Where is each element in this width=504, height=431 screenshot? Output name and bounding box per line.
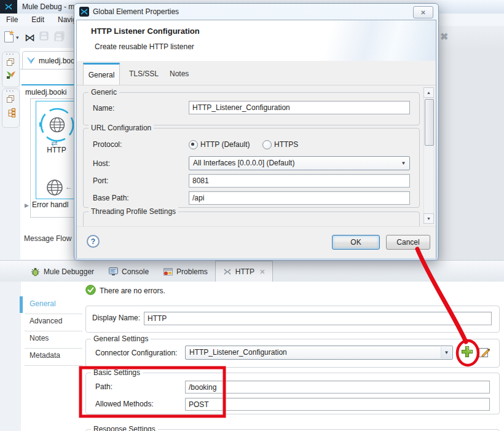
collapsed-triangle-icon[interactable]: ▶ [25,202,29,208]
mule-perspective-icon[interactable] [6,70,16,81]
scroll-down-icon[interactable]: ▼ [423,213,434,224]
name-label: Name: [93,104,114,113]
flow-editor: muledj.boo muledj.booki ⇄ HTTP [20,48,74,259]
globe-icon[interactable] [46,179,63,198]
dialog-tab-tls-ssl[interactable]: TLS/SSL [121,63,167,85]
view-close-icon[interactable]: ✖ [440,31,448,42]
console-icon [109,267,118,276]
dialog-heading: HTTP Listener Configuration [91,26,200,36]
arrow-glyph: ▼ [427,216,431,221]
connector-configuration-select[interactable]: HTTP_Listener_Configuration ▼ [185,346,453,360]
app-window: Mule Debug - mu File Edit Navigate ▾ ⋈ ✖ [0,0,504,431]
global-element-properties-dialog: Global Element Properties ✕ HTTP Listene… [74,3,439,261]
ok-button[interactable]: OK [332,235,380,250]
message-flow-tab[interactable]: Message Flow [24,234,71,243]
protocol-http-option[interactable]: HTTP (Default) [200,140,250,149]
display-name-label: Display Name: [92,314,140,322]
new-file-dropdown-caret-icon[interactable]: ▾ [16,34,19,41]
mule-logo-icon [79,7,89,18]
mule-app-icon [26,57,36,65]
editor-tab-label: muledj.boo [39,57,75,65]
divider [25,314,82,314]
dialog-scrollbar[interactable]: ▲ ▼ [423,87,434,224]
connector-configuration-label: Connector Configuration: [95,349,177,357]
divider [25,348,82,349]
tab-label: Console [122,267,149,276]
save-all-icon[interactable] [54,31,65,43]
edit-configuration-button[interactable] [479,347,490,360]
no-errors-check-icon [85,285,96,297]
toolbar-group [2,52,20,87]
tab-label: Problems [176,267,208,276]
restore-view-icon[interactable] [7,58,15,68]
save-icon[interactable] [39,31,49,43]
dialog-close-button[interactable]: ✕ [413,6,433,18]
tab-problems[interactable]: Problems [156,261,215,282]
mule-gray-icon [223,267,232,276]
dialog-tab-general[interactable]: General [83,63,120,85]
sidebar-item-general[interactable]: General [30,299,56,308]
bug-icon [31,267,40,276]
dialog-tab-notes[interactable]: Notes [162,63,197,85]
mule-logo-icon [0,0,17,14]
dialog-content: Generic Name: URL Configuration Protocol… [77,85,436,226]
tab-http[interactable]: HTTP ✕ [215,261,274,282]
cancel-button[interactable]: Cancel [386,235,430,250]
dialog-footer: ? OK Cancel [77,226,436,258]
protocol-https-option[interactable]: HTTPS [274,140,298,149]
name-input[interactable] [189,101,410,114]
scrollbar-thumb[interactable] [425,99,434,146]
group-legend: Response Settings [91,425,158,431]
threading-profile-group: Threading Profile Settings [83,212,420,226]
tab-label: HTTP [235,267,254,276]
sidebar-item-advanced[interactable]: Advanced [30,317,62,325]
protocol-http-radio[interactable] [189,140,198,149]
help-button[interactable]: ? [87,235,100,248]
header-decoration [264,20,436,61]
base-path-input[interactable] [189,191,410,205]
editor-tab-muledj-booking[interactable]: muledj.boo [22,51,79,69]
perspective-strip [0,48,20,260]
error-handling-label[interactable]: Error handl [32,200,68,209]
drag-handle[interactable] [6,53,15,55]
group-legend: Threading Profile Settings [89,207,178,216]
selected-value: All Interfaces [0.0.0.0] (Default) [193,159,294,167]
divider [25,365,82,366]
tab-mule-debugger[interactable]: Mule Debugger [23,261,101,282]
display-name-input[interactable] [144,312,492,325]
port-input[interactable] [189,174,410,188]
drag-handle[interactable] [6,90,15,92]
base-path-label: Base Path: [93,194,129,202]
scroll-up-icon[interactable]: ▲ [423,87,434,98]
host-select[interactable]: All Interfaces [0.0.0.0] (Default) ▼ [189,156,410,170]
dropdown-arrow-icon: ▼ [441,347,452,358]
help-icon: ? [91,237,95,246]
add-configuration-button[interactable] [460,345,474,360]
protocol-label: Protocol: [93,140,122,149]
menu-file[interactable]: File [6,15,18,24]
sidebar-item-notes[interactable]: Notes [30,334,49,342]
mule-connect-icon[interactable]: ⋈ [25,31,35,44]
tab-label: General [89,71,115,79]
host-label: Host: [93,159,110,168]
protocol-https-radio[interactable] [262,140,272,149]
group-legend: Generic [89,88,119,97]
dialog-header: HTTP Listener Configuration Create reusa… [77,20,436,61]
sidebar-item-metadata[interactable]: Metadata [30,351,60,360]
active-item-marker [20,296,23,313]
dialog-body: HTTP Listener Configuration Create reusa… [76,20,436,258]
restore-view-icon[interactable] [7,95,15,105]
tab-label: Notes [170,69,189,78]
tab-close-icon[interactable]: ✕ [259,268,265,276]
close-icon: ✕ [420,9,425,16]
allowed-methods-input[interactable] [185,398,490,411]
port-label: Port: [93,176,108,185]
menu-edit[interactable]: Edit [31,15,44,24]
new-file-icon[interactable] [4,30,15,45]
divider [25,331,82,331]
tab-console[interactable]: Console [101,261,156,282]
outline-tree-icon[interactable] [7,108,16,119]
dialog-title: Global Element Properties [93,7,179,16]
path-input[interactable] [185,381,490,393]
background-view-area: ✖ [438,26,504,260]
